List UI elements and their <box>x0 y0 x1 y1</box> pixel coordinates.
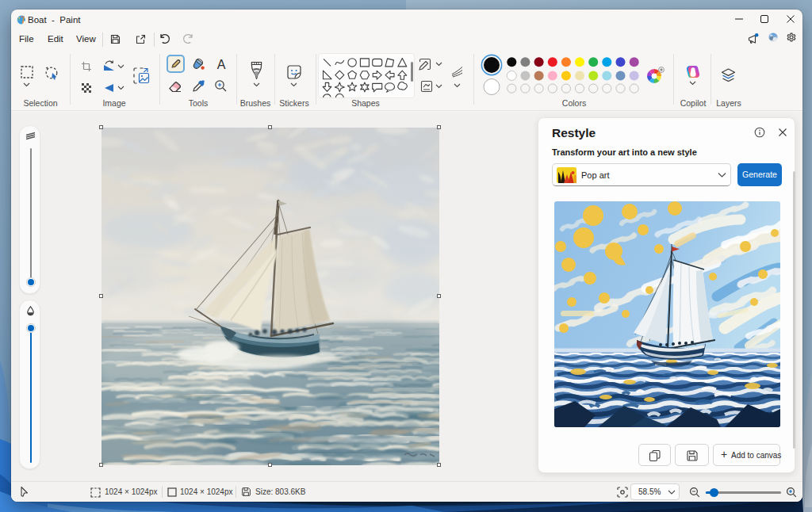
svg-text:A: A <box>217 58 226 71</box>
